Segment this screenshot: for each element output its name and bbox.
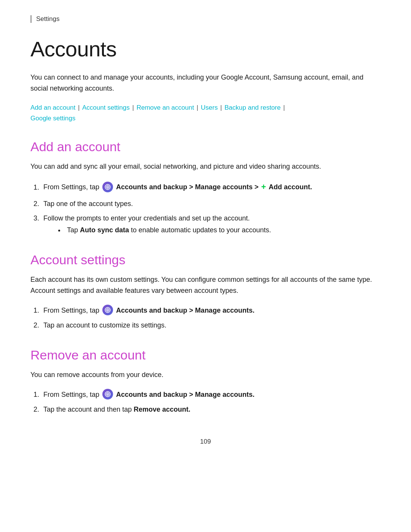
step-2-remove-account: Tap the account and then tap Remove acco… <box>41 404 381 415</box>
section-title-remove-account: Remove an account <box>30 348 381 363</box>
nav-link-remove-account[interactable]: Remove an account <box>137 104 194 111</box>
step-1-bold-text: Accounts and backup > Manage accounts > <box>116 184 258 191</box>
separator-5: | <box>281 104 285 111</box>
nav-links-container: Add an account | Account settings | Remo… <box>30 102 381 125</box>
section-title-account-settings: Account settings <box>30 252 381 267</box>
settings-icon-2 <box>102 305 113 315</box>
svg-point-2 <box>107 393 108 395</box>
nav-link-google-settings[interactable]: Google settings <box>30 115 75 122</box>
section-desc-account-settings: Each account has its own custom settings… <box>30 274 381 296</box>
section-account-settings: Account settings Each account has its ow… <box>30 252 381 331</box>
steps-list-remove-account: From Settings, tap Accounts and backup >… <box>41 389 381 415</box>
step-1-remove-account: From Settings, tap Accounts and backup >… <box>41 389 381 401</box>
nav-link-add-account[interactable]: Add an account <box>30 104 75 111</box>
separator-2: | <box>131 104 136 111</box>
intro-paragraph: You can connect to and manage your accou… <box>30 72 381 94</box>
breadcrumb-label: Settings <box>30 15 381 23</box>
steps-list-account-settings: From Settings, tap Accounts and backup >… <box>41 305 381 331</box>
nav-link-users[interactable]: Users <box>201 104 218 111</box>
svg-point-0 <box>107 186 108 188</box>
settings-breadcrumb: Settings <box>30 15 381 23</box>
nav-link-backup-restore[interactable]: Backup and restore <box>225 104 280 111</box>
step-1-add-bold: Add account. <box>269 184 312 191</box>
section-title-add-account: Add an account <box>30 139 381 154</box>
bullet-list-add-account: Tap Auto sync data to enable automatic u… <box>65 224 381 236</box>
bullet-item-auto-sync: Tap Auto sync data to enable automatic u… <box>65 224 381 236</box>
section-remove-account: Remove an account You can remove account… <box>30 348 381 415</box>
step-1-account-settings-bold: Accounts and backup > Manage accounts. <box>116 307 255 314</box>
step-3-add-account: Follow the prompts to enter your credent… <box>41 212 381 236</box>
page-title: Accounts <box>30 37 381 61</box>
separator-4: | <box>218 104 224 111</box>
settings-icon-1 <box>102 182 113 192</box>
step-2-account-settings: Tap an account to customize its settings… <box>41 320 381 331</box>
plus-icon: + <box>261 180 266 194</box>
section-desc-remove-account: You can remove accounts from your device… <box>30 369 381 380</box>
separator-3: | <box>195 104 200 111</box>
separator-1: | <box>76 104 81 111</box>
page-number: 109 <box>30 438 381 446</box>
step-1-remove-account-bold: Accounts and backup > Manage accounts. <box>116 391 255 398</box>
svg-point-1 <box>107 309 108 311</box>
step-1-account-settings: From Settings, tap Accounts and backup >… <box>41 305 381 316</box>
section-desc-add-account: You can add and sync all your email, soc… <box>30 161 381 172</box>
nav-link-account-settings[interactable]: Account settings <box>82 104 130 111</box>
step-1-add-account: From Settings, tap Accounts and backup >… <box>41 181 381 195</box>
section-add-account: Add an account You can add and sync all … <box>30 139 381 236</box>
settings-icon-3 <box>102 389 113 399</box>
step-2-add-account: Tap one of the account types. <box>41 198 381 210</box>
steps-list-add-account: From Settings, tap Accounts and backup >… <box>41 181 381 236</box>
